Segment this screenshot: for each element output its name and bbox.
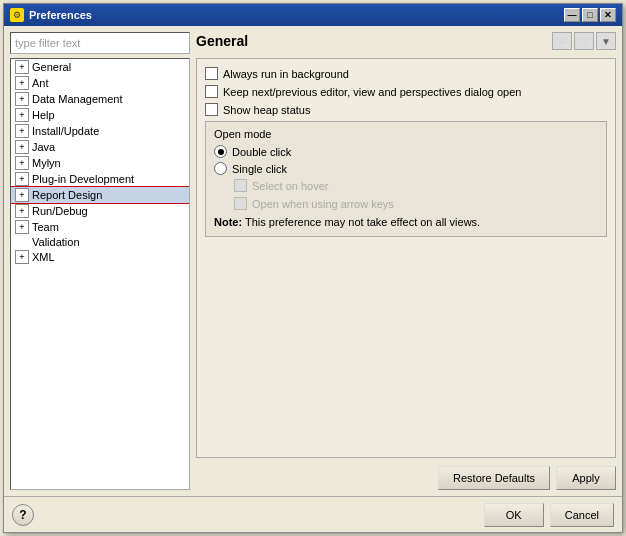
sidebar-item-label: Plug-in Development [32,173,134,185]
left-panel: + General + Ant + Data Management + Help… [10,32,190,490]
cancel-button[interactable]: Cancel [550,503,614,527]
footer: ? OK Cancel [4,496,622,532]
sidebar-item-label: Install/Update [32,125,99,137]
filter-input[interactable] [10,32,190,54]
forward-button[interactable]: → [574,32,594,50]
show-heap-label: Show heap status [223,104,310,116]
sidebar-item-label: Java [32,141,55,153]
note-text: Note: This preference may not take effec… [214,216,598,228]
keep-next-label: Keep next/previous editor, view and pers… [223,86,521,98]
open-arrow-checkbox [234,197,247,210]
sidebar-item-label: Validation [32,236,80,248]
always-run-row: Always run in background [205,67,607,80]
sidebar-item-label: Help [32,109,55,121]
sidebar-item-xml[interactable]: + XML [11,249,189,265]
right-header: General ← → ▼ [196,32,616,54]
expand-icon: + [15,156,29,170]
footer-right: OK Cancel [484,503,614,527]
bottom-buttons: Restore Defaults Apply [196,462,616,490]
show-heap-row: Show heap status [205,103,607,116]
maximize-button[interactable]: □ [582,8,598,22]
sidebar-item-label: Report Design [32,189,102,201]
back-button[interactable]: ← [552,32,572,50]
sidebar-item-run-debug[interactable]: + Run/Debug [11,203,189,219]
note-bold: Note: [214,216,242,228]
sidebar-item-label: Data Management [32,93,123,105]
expand-icon: + [15,220,29,234]
sidebar-item-help[interactable]: + Help [11,107,189,123]
sidebar-item-data-management[interactable]: + Data Management [11,91,189,107]
close-button[interactable]: ✕ [600,8,616,22]
preferences-window: ⚙ Preferences — □ ✕ + General + Ant [3,3,623,533]
expand-icon: + [15,140,29,154]
settings-box: Always run in background Keep next/previ… [196,58,616,458]
sidebar-item-label: Mylyn [32,157,61,169]
expand-icon: + [15,92,29,106]
expand-icon: + [15,188,29,202]
minimize-button[interactable]: — [564,8,580,22]
sidebar-item-team[interactable]: + Team [11,219,189,235]
keep-next-checkbox[interactable] [205,85,218,98]
sidebar-item-label: Run/Debug [32,205,88,217]
apply-button[interactable]: Apply [556,466,616,490]
sidebar-item-report-design[interactable]: + Report Design [11,187,189,203]
select-hover-label: Select on hover [252,180,328,192]
expand-icon: + [15,124,29,138]
keep-next-row: Keep next/previous editor, view and pers… [205,85,607,98]
expand-icon: + [15,108,29,122]
title-bar-left: ⚙ Preferences [10,8,92,22]
right-panel: General ← → ▼ Always run in background K… [196,32,616,490]
double-click-radio[interactable] [214,145,227,158]
nav-dropdown-button[interactable]: ▼ [596,32,616,50]
expand-icon: + [15,250,29,264]
single-click-label: Single click [232,163,287,175]
sidebar-item-label: XML [32,251,55,263]
sidebar-item-install-update[interactable]: + Install/Update [11,123,189,139]
expand-icon: + [15,76,29,90]
sidebar-item-label: General [32,61,71,73]
group-box-title: Open mode [214,128,598,140]
tree-container: + General + Ant + Data Management + Help… [10,58,190,490]
open-mode-group: Open mode Double click Single click [205,121,607,237]
ok-button[interactable]: OK [484,503,544,527]
note-rest: This preference may not take effect on a… [242,216,480,228]
sidebar-item-general[interactable]: + General [11,59,189,75]
double-click-row: Double click [214,145,598,158]
help-button[interactable]: ? [12,504,34,526]
select-hover-row: Select on hover [234,179,598,192]
sidebar-item-plugin-development[interactable]: + Plug-in Development [11,171,189,187]
expand-icon: + [15,60,29,74]
always-run-label: Always run in background [223,68,349,80]
sub-options: Select on hover Open when using arrow ke… [214,179,598,210]
window-icon: ⚙ [10,8,24,22]
show-heap-checkbox[interactable] [205,103,218,116]
restore-defaults-button[interactable]: Restore Defaults [438,466,550,490]
expand-icon: + [15,172,29,186]
single-click-radio[interactable] [214,162,227,175]
content-area: + General + Ant + Data Management + Help… [4,26,622,496]
open-arrow-row: Open when using arrow keys [234,197,598,210]
expand-icon: + [15,204,29,218]
sidebar-item-ant[interactable]: + Ant [11,75,189,91]
sidebar-item-label: Team [32,221,59,233]
select-hover-checkbox [234,179,247,192]
nav-buttons: ← → ▼ [552,32,616,50]
always-run-checkbox[interactable] [205,67,218,80]
single-click-row: Single click [214,162,598,175]
sidebar-item-label: Ant [32,77,49,89]
double-click-label: Double click [232,146,291,158]
panel-title: General [196,33,248,49]
sidebar-item-mylyn[interactable]: + Mylyn [11,155,189,171]
title-bar: ⚙ Preferences — □ ✕ [4,4,622,26]
window-title: Preferences [29,9,92,21]
open-arrow-label: Open when using arrow keys [252,198,394,210]
title-bar-controls: — □ ✕ [564,8,616,22]
sidebar-item-java[interactable]: + Java [11,139,189,155]
sidebar-item-validation[interactable]: Validation [11,235,189,249]
